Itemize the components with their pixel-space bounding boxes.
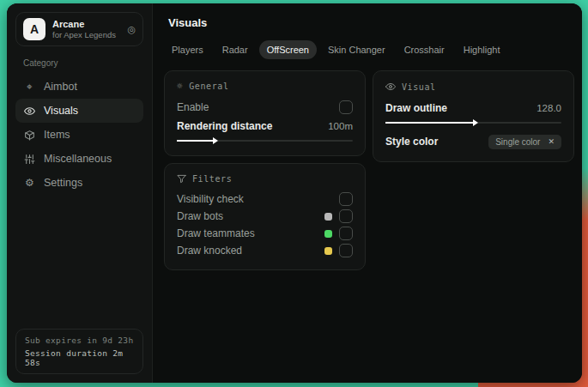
enable-label: Enable (177, 101, 209, 113)
enable-row: Enable (177, 98, 353, 117)
tab-crosshair[interactable]: Crosshair (397, 40, 452, 59)
app-logo: A (23, 18, 45, 40)
category-label: Category (23, 58, 143, 68)
sidebar-item-aimbot[interactable]: ⌖ Aimbot (15, 75, 143, 99)
sidebar-item-label: Settings (44, 177, 82, 189)
rendering-distance-row: Rendering distance 100m (177, 117, 353, 136)
sidebar-item-label: Visuals (44, 105, 78, 117)
sliders-icon (23, 154, 36, 165)
sidebar-item-miscellaneous[interactable]: Miscellaneous (15, 147, 143, 171)
filter-row: Draw teammates (177, 225, 353, 242)
filter-row: Draw knocked (177, 242, 353, 259)
draw-outline-label: Draw outline (385, 102, 447, 114)
eye-icon (385, 82, 396, 92)
sidebar-item-label: Aimbot (44, 81, 77, 93)
sidebar-item-items[interactable]: Items (15, 123, 143, 147)
tab-radar[interactable]: Radar (215, 40, 256, 59)
visual-panel: Visual Draw outline 128.0 Style color Si… (373, 70, 574, 162)
eye-icon (23, 106, 36, 117)
sidebar-item-label: Items (44, 129, 70, 141)
sidebar-item-visuals[interactable]: Visuals (15, 99, 143, 123)
app-logo-card: A Arcane for Apex Legends ◎ (15, 12, 143, 46)
panel-grid: ☼ General Enable Rendering distance 100m (164, 70, 574, 270)
visibility-check-checkbox[interactable] (339, 192, 353, 206)
style-color-row: Style color Single color ✕ (385, 132, 561, 151)
style-color-value: Single color (495, 137, 540, 147)
draw-teammates-label: Draw teammates (177, 227, 255, 239)
pin-icon[interactable]: ◎ (127, 25, 136, 34)
panel-column-left: ☼ General Enable Rendering distance 100m (164, 70, 366, 270)
page-title: Visuals (168, 16, 574, 29)
tab-offscreen[interactable]: OffScreen (259, 40, 317, 59)
panel-title: Visual (402, 82, 436, 92)
gear-icon: ⚙ (23, 178, 36, 188)
rendering-distance-slider[interactable] (177, 136, 353, 145)
draw-bots-color-swatch[interactable] (324, 213, 332, 221)
tab-players[interactable]: Players (164, 40, 211, 59)
draw-outline-slider[interactable] (385, 118, 561, 127)
visual-panel-header: Visual (385, 82, 561, 92)
filters-panel-header: Filters (177, 174, 353, 184)
cube-icon (23, 130, 36, 141)
app-identity: Arcane for Apex Legends (52, 19, 116, 39)
tab-skin-changer[interactable]: Skin Changer (320, 40, 393, 59)
close-icon[interactable]: ✕ (548, 138, 555, 146)
rendering-distance-label: Rendering distance (177, 120, 272, 132)
enable-checkbox[interactable] (339, 100, 353, 114)
style-color-select[interactable]: Single color ✕ (488, 135, 561, 149)
general-panel-header: ☼ General (177, 82, 353, 91)
draw-outline-value: 128.0 (536, 103, 561, 113)
filter-controls (324, 209, 353, 223)
filter-controls (324, 244, 353, 257)
sun-gear-icon: ☼ (177, 82, 183, 91)
draw-outline-row: Draw outline 128.0 (385, 99, 561, 118)
app-subtitle: for Apex Legends (52, 31, 116, 39)
filter-row: Draw bots (177, 208, 353, 225)
draw-knocked-color-swatch[interactable] (324, 247, 332, 255)
sidebar-item-label: Miscellaneous (44, 153, 112, 165)
general-panel: ☼ General Enable Rendering distance 100m (164, 70, 366, 156)
rendering-distance-value: 100m (328, 121, 353, 131)
filter-controls (324, 227, 353, 240)
session-duration-text: Session duration 2m 58s (25, 348, 134, 367)
draw-bots-label: Draw bots (177, 210, 223, 222)
cheat-menu-window: A Arcane for Apex Legends ◎ Category ⌖ A… (7, 3, 582, 383)
sidebar: A Arcane for Apex Legends ◎ Category ⌖ A… (7, 3, 153, 383)
subscription-status-card: Sub expires in 9d 23h Session duration 2… (15, 329, 143, 374)
style-color-label: Style color (385, 136, 438, 148)
main-content: Visuals Players Radar OffScreen Skin Cha… (153, 3, 582, 383)
tab-highlight[interactable]: Highlight (456, 40, 508, 59)
visibility-check-label: Visibility check (177, 193, 244, 205)
draw-teammates-color-swatch[interactable] (324, 230, 332, 238)
draw-teammates-checkbox[interactable] (339, 227, 353, 240)
sidebar-item-settings[interactable]: ⚙ Settings (15, 171, 143, 195)
draw-bots-checkbox[interactable] (339, 209, 353, 223)
panel-column-right: Visual Draw outline 128.0 Style color Si… (373, 70, 574, 162)
filter-controls (339, 192, 353, 206)
crosshair-icon: ⌖ (23, 82, 36, 92)
sub-expires-text: Sub expires in 9d 23h (25, 336, 134, 345)
draw-knocked-label: Draw knocked (177, 245, 242, 257)
filters-panel: Filters Visibility check Draw bots (164, 163, 366, 270)
panel-title: Filters (192, 174, 232, 184)
tab-bar: Players Radar OffScreen Skin Changer Cro… (164, 40, 574, 59)
filter-row: Visibility check (177, 190, 353, 208)
app-name: Arcane (52, 19, 116, 29)
slider-fill-arrow (177, 140, 214, 142)
slider-fill-arrow (385, 122, 474, 124)
panel-title: General (189, 82, 228, 91)
funnel-icon (177, 174, 186, 184)
draw-knocked-checkbox[interactable] (339, 244, 353, 257)
